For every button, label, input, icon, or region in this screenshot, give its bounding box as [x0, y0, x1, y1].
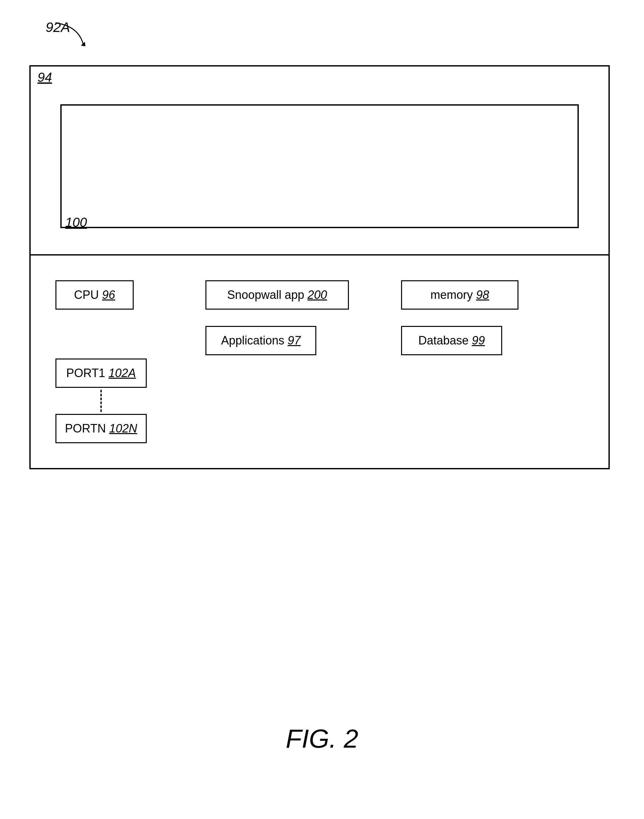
diagram-container: 92A 94 100 CPU 96 Snoopwall app 200 memo… [0, 0, 644, 819]
database-label: Database [419, 334, 469, 348]
portn-box: PORTN 102N [55, 414, 147, 443]
port-dotted-line [100, 390, 102, 412]
cpu-box: CPU 96 [55, 280, 134, 309]
inner-box-100 [60, 104, 579, 228]
memory-ref: 98 [476, 288, 489, 302]
snoopwall-ref: 200 [308, 288, 327, 302]
inner-box-label: 100 [65, 215, 87, 230]
cpu-label: CPU [74, 288, 99, 302]
applications-box: Applications 97 [205, 326, 316, 355]
applications-ref: 97 [288, 334, 301, 348]
memory-box: memory 98 [401, 280, 518, 309]
snoopwall-label: Snoopwall app [227, 288, 304, 302]
portn-label: PORTN [65, 422, 106, 435]
snoopwall-box: Snoopwall app 200 [205, 280, 349, 309]
port1-box: PORT1 102A [55, 358, 147, 388]
port1-ref: 102A [109, 366, 136, 380]
reference-arrow [52, 20, 91, 52]
outer-box-label: 94 [37, 70, 52, 85]
applications-label: Applications [221, 334, 284, 348]
cpu-ref: 96 [102, 288, 115, 302]
memory-label: memory [431, 288, 473, 302]
figure-caption: FIG. 2 [0, 724, 644, 754]
portn-ref: 102N [109, 422, 137, 435]
port1-label: PORT1 [66, 366, 105, 380]
database-box: Database 99 [401, 326, 502, 355]
database-ref: 99 [472, 334, 485, 348]
